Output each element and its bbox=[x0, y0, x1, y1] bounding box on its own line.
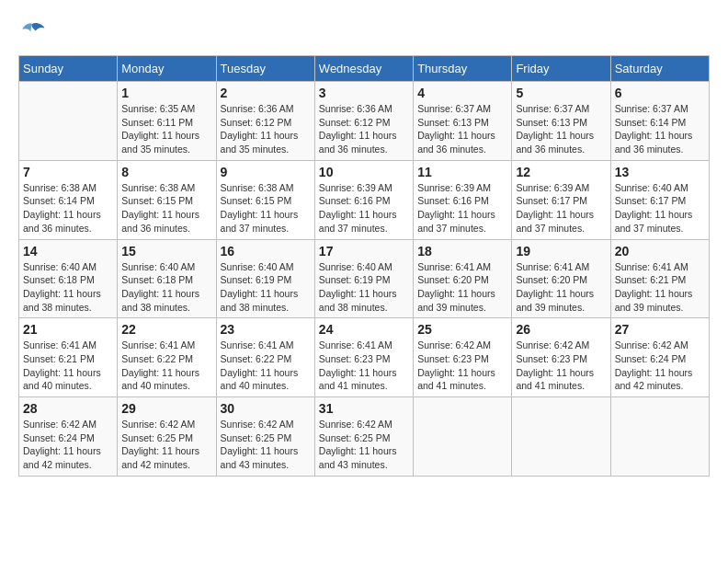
day-number: 9 bbox=[221, 165, 311, 179]
day-info: Sunrise: 6:41 AM Sunset: 6:21 PM Dayligh… bbox=[615, 260, 705, 315]
day-number: 1 bbox=[121, 86, 211, 100]
col-header-saturday: Saturday bbox=[610, 56, 709, 82]
day-cell-30: 30Sunrise: 6:42 AM Sunset: 6:25 PM Dayli… bbox=[216, 397, 314, 477]
day-info: Sunrise: 6:41 AM Sunset: 6:22 PM Dayligh… bbox=[221, 339, 311, 393]
day-number: 23 bbox=[221, 322, 311, 337]
day-number: 12 bbox=[516, 165, 606, 179]
day-cell-8: 8Sunrise: 6:38 AM Sunset: 6:15 PM Daylig… bbox=[118, 160, 216, 239]
day-number: 13 bbox=[615, 165, 705, 179]
day-number: 25 bbox=[417, 322, 507, 337]
day-cell-1: 1Sunrise: 6:35 AM Sunset: 6:11 PM Daylig… bbox=[118, 82, 216, 161]
calendar-week-2: 7Sunrise: 6:38 AM Sunset: 6:14 PM Daylig… bbox=[19, 160, 710, 239]
day-info: Sunrise: 6:42 AM Sunset: 6:23 PM Dayligh… bbox=[516, 339, 606, 393]
day-number: 21 bbox=[23, 322, 113, 337]
day-info: Sunrise: 6:40 AM Sunset: 6:17 PM Dayligh… bbox=[615, 181, 705, 236]
day-info: Sunrise: 6:42 AM Sunset: 6:23 PM Dayligh… bbox=[417, 339, 507, 393]
day-cell-16: 16Sunrise: 6:40 AM Sunset: 6:19 PM Dayli… bbox=[216, 239, 314, 318]
day-cell-25: 25Sunrise: 6:42 AM Sunset: 6:23 PM Dayli… bbox=[414, 318, 512, 397]
col-header-thursday: Thursday bbox=[414, 56, 512, 82]
calendar-week-1: 1Sunrise: 6:35 AM Sunset: 6:11 PM Daylig… bbox=[19, 82, 710, 161]
day-cell-9: 9Sunrise: 6:38 AM Sunset: 6:15 PM Daylig… bbox=[216, 160, 314, 239]
day-cell-7: 7Sunrise: 6:38 AM Sunset: 6:14 PM Daylig… bbox=[19, 160, 118, 239]
day-info: Sunrise: 6:41 AM Sunset: 6:23 PM Dayligh… bbox=[319, 339, 409, 393]
day-number: 29 bbox=[121, 401, 211, 416]
day-info: Sunrise: 6:41 AM Sunset: 6:21 PM Dayligh… bbox=[23, 339, 113, 393]
day-cell-26: 26Sunrise: 6:42 AM Sunset: 6:23 PM Dayli… bbox=[512, 318, 610, 397]
day-cell-20: 20Sunrise: 6:41 AM Sunset: 6:21 PM Dayli… bbox=[610, 239, 709, 318]
day-cell-6: 6Sunrise: 6:37 AM Sunset: 6:14 PM Daylig… bbox=[610, 82, 709, 161]
day-info: Sunrise: 6:39 AM Sunset: 6:16 PM Dayligh… bbox=[319, 181, 409, 236]
day-number: 27 bbox=[615, 322, 705, 337]
day-info: Sunrise: 6:38 AM Sunset: 6:15 PM Dayligh… bbox=[221, 181, 311, 236]
day-number: 3 bbox=[319, 86, 409, 100]
day-number: 22 bbox=[121, 322, 211, 337]
day-number: 20 bbox=[615, 244, 705, 259]
calendar-week-5: 28Sunrise: 6:42 AM Sunset: 6:24 PM Dayli… bbox=[19, 397, 710, 477]
day-cell-24: 24Sunrise: 6:41 AM Sunset: 6:23 PM Dayli… bbox=[314, 318, 413, 397]
day-cell-29: 29Sunrise: 6:42 AM Sunset: 6:25 PM Dayli… bbox=[118, 397, 216, 477]
day-cell-22: 22Sunrise: 6:41 AM Sunset: 6:22 PM Dayli… bbox=[118, 318, 216, 397]
day-cell-2: 2Sunrise: 6:36 AM Sunset: 6:12 PM Daylig… bbox=[216, 82, 314, 161]
day-number: 6 bbox=[615, 86, 705, 100]
day-cell-14: 14Sunrise: 6:40 AM Sunset: 6:18 PM Dayli… bbox=[19, 239, 118, 318]
day-cell-31: 31Sunrise: 6:42 AM Sunset: 6:25 PM Dayli… bbox=[314, 397, 413, 477]
calendar-week-4: 21Sunrise: 6:41 AM Sunset: 6:21 PM Dayli… bbox=[19, 318, 710, 397]
col-header-wednesday: Wednesday bbox=[314, 56, 413, 82]
day-info: Sunrise: 6:41 AM Sunset: 6:20 PM Dayligh… bbox=[417, 260, 507, 315]
day-info: Sunrise: 6:40 AM Sunset: 6:19 PM Dayligh… bbox=[319, 260, 409, 315]
day-info: Sunrise: 6:39 AM Sunset: 6:16 PM Dayligh… bbox=[417, 181, 507, 236]
day-cell-21: 21Sunrise: 6:41 AM Sunset: 6:21 PM Dayli… bbox=[19, 318, 118, 397]
day-info: Sunrise: 6:38 AM Sunset: 6:14 PM Dayligh… bbox=[23, 181, 113, 236]
day-number: 7 bbox=[23, 165, 113, 179]
day-info: Sunrise: 6:42 AM Sunset: 6:24 PM Dayligh… bbox=[23, 418, 113, 472]
day-number: 4 bbox=[417, 86, 507, 100]
day-number: 16 bbox=[221, 244, 311, 259]
page-header bbox=[18, 18, 710, 46]
day-number: 24 bbox=[319, 322, 409, 337]
day-cell-17: 17Sunrise: 6:40 AM Sunset: 6:19 PM Dayli… bbox=[314, 239, 413, 318]
day-info: Sunrise: 6:38 AM Sunset: 6:15 PM Dayligh… bbox=[121, 181, 211, 236]
day-info: Sunrise: 6:37 AM Sunset: 6:13 PM Dayligh… bbox=[417, 102, 507, 156]
col-header-tuesday: Tuesday bbox=[216, 56, 314, 82]
day-info: Sunrise: 6:35 AM Sunset: 6:11 PM Dayligh… bbox=[121, 102, 211, 156]
day-cell-23: 23Sunrise: 6:41 AM Sunset: 6:22 PM Dayli… bbox=[216, 318, 314, 397]
day-cell-28: 28Sunrise: 6:42 AM Sunset: 6:24 PM Dayli… bbox=[19, 397, 118, 477]
empty-cell bbox=[414, 397, 512, 477]
day-info: Sunrise: 6:39 AM Sunset: 6:17 PM Dayligh… bbox=[516, 181, 606, 236]
day-info: Sunrise: 6:36 AM Sunset: 6:12 PM Dayligh… bbox=[221, 102, 311, 156]
col-header-sunday: Sunday bbox=[19, 56, 118, 82]
day-number: 2 bbox=[221, 86, 311, 100]
day-number: 26 bbox=[516, 322, 606, 337]
day-cell-11: 11Sunrise: 6:39 AM Sunset: 6:16 PM Dayli… bbox=[414, 160, 512, 239]
day-number: 15 bbox=[121, 244, 211, 259]
day-info: Sunrise: 6:41 AM Sunset: 6:20 PM Dayligh… bbox=[516, 260, 606, 315]
day-info: Sunrise: 6:42 AM Sunset: 6:24 PM Dayligh… bbox=[615, 339, 705, 393]
logo bbox=[18, 18, 50, 46]
day-number: 5 bbox=[516, 86, 606, 100]
day-cell-3: 3Sunrise: 6:36 AM Sunset: 6:12 PM Daylig… bbox=[314, 82, 413, 161]
day-info: Sunrise: 6:40 AM Sunset: 6:19 PM Dayligh… bbox=[221, 260, 311, 315]
day-number: 18 bbox=[417, 244, 507, 259]
day-cell-13: 13Sunrise: 6:40 AM Sunset: 6:17 PM Dayli… bbox=[610, 160, 709, 239]
day-cell-19: 19Sunrise: 6:41 AM Sunset: 6:20 PM Dayli… bbox=[512, 239, 610, 318]
day-number: 28 bbox=[23, 401, 113, 416]
day-info: Sunrise: 6:42 AM Sunset: 6:25 PM Dayligh… bbox=[319, 418, 409, 472]
day-number: 14 bbox=[23, 244, 113, 259]
day-cell-4: 4Sunrise: 6:37 AM Sunset: 6:13 PM Daylig… bbox=[414, 82, 512, 161]
day-cell-5: 5Sunrise: 6:37 AM Sunset: 6:13 PM Daylig… bbox=[512, 82, 610, 161]
day-info: Sunrise: 6:40 AM Sunset: 6:18 PM Dayligh… bbox=[121, 260, 211, 315]
col-header-monday: Monday bbox=[118, 56, 216, 82]
day-info: Sunrise: 6:37 AM Sunset: 6:13 PM Dayligh… bbox=[516, 102, 606, 156]
calendar-table: SundayMondayTuesdayWednesdayThursdayFrid… bbox=[18, 55, 710, 477]
day-number: 11 bbox=[417, 165, 507, 179]
day-info: Sunrise: 6:41 AM Sunset: 6:22 PM Dayligh… bbox=[121, 339, 211, 393]
day-number: 17 bbox=[319, 244, 409, 259]
col-header-friday: Friday bbox=[512, 56, 610, 82]
day-number: 31 bbox=[319, 401, 409, 416]
day-info: Sunrise: 6:37 AM Sunset: 6:14 PM Dayligh… bbox=[615, 102, 705, 156]
calendar-week-3: 14Sunrise: 6:40 AM Sunset: 6:18 PM Dayli… bbox=[19, 239, 710, 318]
day-info: Sunrise: 6:42 AM Sunset: 6:25 PM Dayligh… bbox=[221, 418, 311, 472]
day-number: 30 bbox=[221, 401, 311, 416]
empty-cell bbox=[19, 82, 118, 161]
empty-cell bbox=[512, 397, 610, 477]
